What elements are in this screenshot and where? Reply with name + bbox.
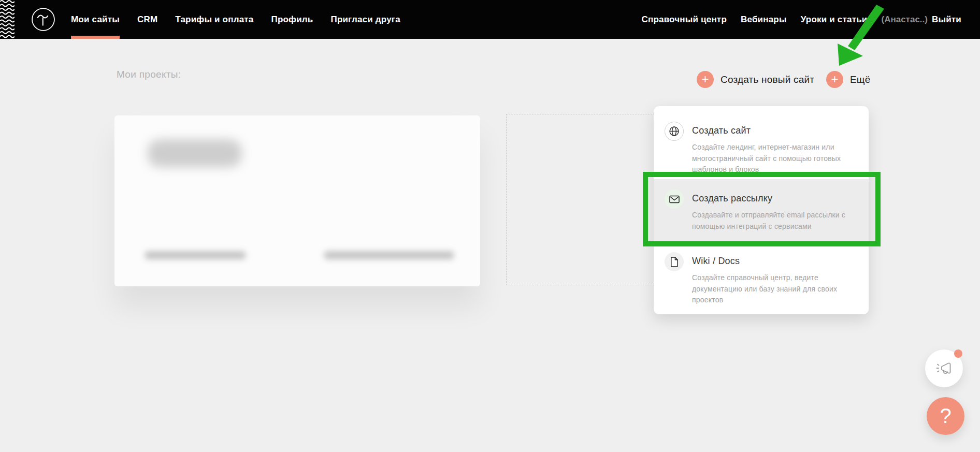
nav-lessons[interactable]: Уроки и статьи (801, 0, 868, 39)
dropdown-item-desc: Создайте справочный центр, ведите докуме… (692, 272, 855, 306)
dropdown-item-desc: Создавайте и отправляйте email рассылки … (692, 210, 855, 232)
blurred-project-link (145, 251, 246, 259)
mail-icon (665, 189, 684, 209)
dropdown-item-title: Создать рассылку (692, 189, 855, 204)
primary-nav: Мои сайты CRM Тарифы и оплата Профиль Пр… (71, 0, 400, 39)
nav-webinars[interactable]: Вебинары (741, 0, 787, 39)
page: { "header": { "nav_left": [ { "label": "… (0, 0, 980, 452)
plus-icon: + (826, 71, 843, 88)
nav-invite-friend[interactable]: Пригласи друга (330, 0, 400, 39)
secondary-nav: Справочный центр Вебинары Уроки и статьи… (642, 0, 962, 39)
more-button[interactable]: + Ещё (826, 71, 870, 88)
account-name[interactable]: (Анастас..) (882, 14, 928, 25)
globe-icon (665, 122, 684, 141)
help-button[interactable]: ? (927, 397, 964, 435)
megaphone-icon (934, 358, 955, 379)
dropdown-item-title: Создать сайт (692, 122, 855, 136)
document-icon (665, 252, 684, 271)
top-nav: Мои сайты CRM Тарифы и оплата Профиль Пр… (0, 0, 980, 39)
notification-dot (954, 349, 962, 358)
nav-my-sites[interactable]: Мои сайты (71, 0, 120, 39)
announcements-button[interactable] (925, 349, 963, 387)
help-label: ? (940, 404, 951, 428)
nav-profile[interactable]: Профиль (271, 0, 313, 39)
nav-crm[interactable]: CRM (137, 0, 157, 39)
blurred-project-link (324, 251, 454, 259)
dropdown-item-title: Wiki / Docs (692, 252, 855, 267)
tilda-logo-icon[interactable] (31, 7, 55, 32)
more-label: Ещё (850, 74, 870, 85)
project-card[interactable] (114, 115, 480, 286)
projects-heading: Мои проекты: (117, 69, 181, 80)
dropdown-item-create-mailing[interactable]: Создать рассылку Создавайте и отправляйт… (654, 179, 869, 242)
nav-tariffs[interactable]: Тарифы и оплата (175, 0, 253, 39)
create-new-site-button[interactable]: + Создать новый сайт (697, 71, 814, 88)
dropdown-item-wiki-docs[interactable]: Wiki / Docs Создайте справочный центр, в… (654, 242, 869, 314)
plus-icon: + (697, 71, 714, 88)
zigzag-pattern-icon (0, 0, 15, 39)
dropdown-item-desc: Создайте лендинг, интернет-магазин или м… (692, 142, 855, 176)
blurred-project-title (148, 139, 242, 167)
create-more-dropdown: Создать сайт Создайте лендинг, интернет-… (654, 106, 869, 314)
create-new-site-label: Создать новый сайт (720, 74, 814, 85)
logout-button[interactable]: Выйти (932, 0, 961, 39)
dropdown-item-create-site[interactable]: Создать сайт Создайте лендинг, интернет-… (654, 106, 869, 179)
nav-help-center[interactable]: Справочный центр (642, 0, 727, 39)
